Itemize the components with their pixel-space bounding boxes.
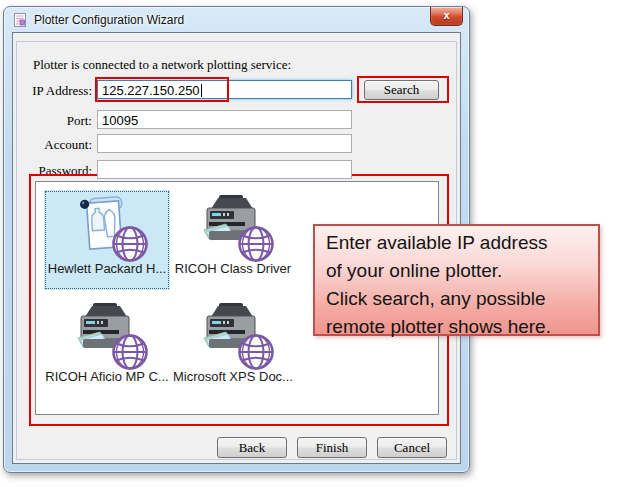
port-input[interactable]: 10095 <box>97 110 352 129</box>
cancel-button[interactable]: Cancel <box>377 437 447 458</box>
network-globe-icon <box>111 333 149 371</box>
plotter-item-hewlett-packard[interactable]: Hewlett Packard H... <box>44 190 170 290</box>
password-label: Password: <box>20 163 92 179</box>
network-globe-icon <box>237 225 275 263</box>
plotter-item-label: RICOH Aficio MP C... <box>45 369 168 384</box>
callout-line: remote plotter shows here. <box>326 313 598 341</box>
intro-text: Plotter is connected to a network plotti… <box>33 57 291 73</box>
app-icon <box>12 12 28 28</box>
ip-address-input[interactable]: 125.227.150.250 <box>97 80 352 99</box>
window-title: Plotter Configuration Wizard <box>34 13 184 27</box>
plotter-item-ricoh-class[interactable]: RICOH Class Driver <box>170 190 296 290</box>
account-label: Account: <box>20 137 92 153</box>
network-globe-icon <box>237 333 275 371</box>
network-globe-icon <box>111 225 149 263</box>
printer-globe-icon <box>71 301 143 367</box>
printer-globe-icon <box>197 193 269 259</box>
password-input[interactable] <box>97 160 352 179</box>
plotter-item-label: Microsoft XPS Doc... <box>173 369 293 384</box>
plotter-item-label: RICOH Class Driver <box>175 261 291 276</box>
printer-globe-icon <box>197 301 269 367</box>
plotter-item-microsoft-xps[interactable]: Microsoft XPS Doc... <box>170 298 296 398</box>
screenshot-stage: Plotter Configuration Wizard x Plotter i… <box>0 0 619 487</box>
close-button[interactable]: x <box>430 7 463 26</box>
finish-button[interactable]: Finish <box>297 437 367 458</box>
titlebar[interactable]: Plotter Configuration Wizard x <box>4 7 469 32</box>
callout-line: of your online plotter. <box>326 257 598 285</box>
search-button[interactable]: Search <box>364 80 439 100</box>
plotter-globe-icon <box>71 193 143 259</box>
ip-address-label: IP Address: <box>20 83 92 99</box>
plotter-item-label: Hewlett Packard H... <box>48 261 167 276</box>
account-input[interactable] <box>97 134 352 153</box>
port-label: Port: <box>20 113 92 129</box>
callout-line: Click search, any possible <box>326 285 598 313</box>
back-button[interactable]: Back <box>217 437 287 458</box>
instruction-callout: Enter available IP address of your onlin… <box>313 224 600 336</box>
plotter-item-ricoh-aficio[interactable]: RICOH Aficio MP C... <box>44 298 170 398</box>
text-caret <box>201 84 202 97</box>
callout-line: Enter available IP address <box>326 229 598 257</box>
